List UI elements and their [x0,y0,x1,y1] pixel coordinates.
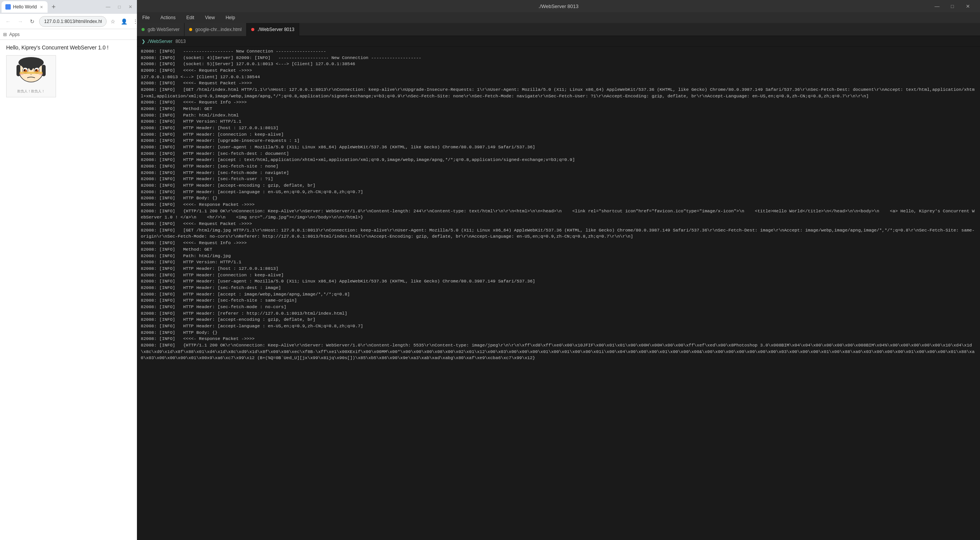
browser-nav-bar: ← → ↻ ☆ 👤 ⋮ [0,14,137,29]
terminal-close-button[interactable]: ✕ [960,0,975,12]
terminal-tab-chrome-label: google-chr...index.html [195,27,242,32]
browser-tab-bar: Hello World ✕ + — □ ✕ [0,0,137,14]
prompt-icon: ❯ [142,39,145,44]
terminal-maximize-button[interactable]: □ [945,0,960,12]
bookmark-icon[interactable]: ☆ [109,17,117,26]
terminal-prompt-bar: ❯ ./WebServer 8013 [137,36,980,47]
terminal-tab-gdb[interactable]: gdb WebServer [137,23,184,36]
svg-text:欺负人！欺负人！: 欺负人！欺负人！ [17,89,45,93]
anime-avatar: 欺负人！欺负人！ [6,55,56,97]
menu-view[interactable]: View [203,14,217,21]
forward-button[interactable]: → [15,17,25,26]
tab-indicator-chrome [189,28,192,31]
terminal-panel: ./WebServer 8013 — □ ✕ File Actions Edit… [137,0,980,540]
apps-label: Apps [9,32,20,37]
svg-point-10 [26,69,26,70]
svg-point-9 [35,69,37,71]
terminal-tabs-bar: gdb WebServer google-chr...index.html ./… [137,23,980,36]
browser-window-controls: — □ ✕ [103,3,135,10]
terminal-tab-webserver[interactable]: ./WebServer 8013 [247,23,300,36]
terminal-port: 8013 [175,39,186,44]
browser-tab-hello-world[interactable]: Hello World ✕ [2,1,48,13]
terminal-window-controls: — □ ✕ [929,0,975,12]
tab-title: Hello World [13,4,37,10]
terminal-minimize-button[interactable]: — [929,0,945,12]
reload-button[interactable]: ↻ [28,17,37,26]
menu-help[interactable]: Help [223,14,237,21]
svg-point-11 [37,69,38,70]
terminal-menu-bar: File Actions Edit View Help [137,12,980,23]
menu-actions[interactable]: Actions [158,14,178,21]
terminal-log-body[interactable]: 82008: [INFO] ------------------- New Co… [137,47,980,540]
browser-content: Hello, Kiprey's Concurrent WebServer 1.0… [0,40,137,540]
new-tab-button[interactable]: + [48,2,59,12]
browser-minimize-button[interactable]: — [103,3,114,10]
url-bar[interactable] [39,16,107,27]
svg-point-8 [24,69,25,71]
apps-grid-icon[interactable]: ⊞ [3,32,7,37]
back-button[interactable]: ← [3,17,13,26]
terminal-window-title: ./WebServer 8013 [539,3,579,9]
terminal-tab-gdb-label: gdb WebServer [148,27,180,32]
terminal-tab-chrome[interactable]: google-chr...index.html [184,23,247,36]
browser-maximize-button[interactable]: □ [115,3,124,10]
page-greeting: Hello, Kiprey's Concurrent WebServer 1.0… [6,44,131,51]
tab-indicator-webserver [251,28,254,31]
terminal-title-bar: ./WebServer 8013 — □ ✕ [137,0,980,12]
terminal-tab-webserver-label: ./WebServer 8013 [257,27,295,32]
tab-indicator-gdb [142,28,145,31]
browser-close-button[interactable]: ✕ [125,3,135,10]
menu-edit[interactable]: Edit [184,14,197,21]
browser-panel: Hello World ✕ + — □ ✕ ← → ↻ ☆ 👤 ⋮ [0,0,137,540]
user-icon[interactable]: 👤 [119,17,129,26]
menu-file[interactable]: File [140,14,152,21]
tab-favicon [5,4,11,10]
tab-close-button[interactable]: ✕ [39,4,44,10]
apps-bar: ⊞ Apps [0,29,137,40]
terminal-cwd: ./WebServer [147,39,172,44]
